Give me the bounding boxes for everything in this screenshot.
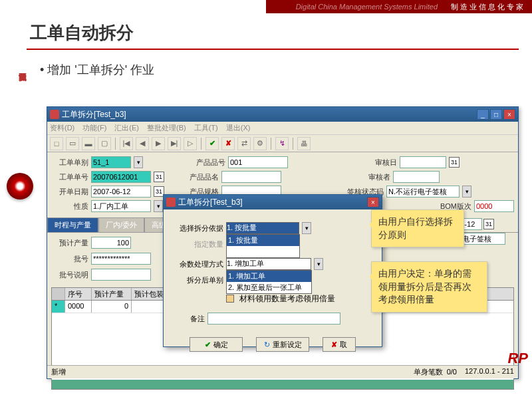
product-no-input[interactable] (228, 156, 288, 168)
grid-corner (52, 288, 65, 300)
check-icon: ✔ (205, 340, 211, 349)
menu-exit[interactable]: 退出(X) (226, 123, 251, 133)
tab-schedule[interactable]: 时程与产量 (47, 217, 98, 232)
tb-confirm-icon[interactable]: ✔ (205, 137, 219, 150)
lbl-product-name: 产品品名 (182, 172, 219, 182)
menu-func[interactable]: 功能(F) (82, 123, 106, 133)
plan-qty-input[interactable] (91, 237, 131, 249)
menu-batch[interactable]: 整批处理(B) (147, 123, 186, 133)
tb-open-icon[interactable]: ▭ (66, 137, 79, 150)
app-icon (50, 110, 59, 119)
split-opt-1[interactable]: 1. 按批量 (227, 235, 299, 246)
nature-input[interactable] (91, 200, 151, 212)
start-date-input[interactable] (91, 186, 151, 198)
bullet-point: 增加 '工单拆分' 作业 (0, 50, 532, 78)
tb-gear-icon[interactable]: ⚙ (253, 137, 267, 150)
close-button[interactable]: × (503, 109, 515, 120)
slide-title: 工单自动拆分 (0, 13, 532, 50)
window-title: 工单拆分[Test_b3] (62, 109, 477, 120)
tb-new-icon[interactable]: □ (50, 137, 63, 150)
remainder-dropdown: 1. 增加工单 2. 累加至最后一张工单 (226, 270, 312, 294)
batch-input[interactable] (91, 253, 151, 265)
remainder-select[interactable]: 1. 增加工单 1. 增加工单 2. 累加至最后一张工单 (226, 258, 311, 270)
tb-first-icon[interactable]: |◀ (120, 137, 133, 150)
dcms-text: Digital China Management Systems Limited (296, 3, 438, 11)
tb-play-icon[interactable]: ▷ (184, 137, 197, 150)
col-seq[interactable]: 序号 (65, 288, 92, 300)
col-plan-qty[interactable]: 预计产量 (92, 288, 132, 300)
slide-title-text: 工单自动拆分 (30, 23, 134, 43)
calendar-icon2[interactable]: 31 (154, 172, 164, 182)
tagline: 制造业信息化专家 (451, 2, 525, 12)
tb-print-icon[interactable]: 🖶 (297, 137, 311, 150)
batch-desc-input[interactable] (91, 269, 151, 281)
lbl-batch-desc: 批号说明 (51, 270, 88, 280)
menu-tools[interactable]: 工具(T) (194, 123, 218, 133)
lbl-plan-qty: 预计产量 (51, 238, 88, 248)
remainder-drop-icon[interactable]: ▾ (314, 258, 323, 270)
callout-2: 由用户决定：单身的需领用量拆分后是否再次考虑领用倍量 (371, 261, 487, 313)
calendar-icon[interactable]: 31 (449, 157, 460, 168)
tb-next-icon[interactable]: ▶ (152, 137, 165, 150)
dialog-title: 工单拆分[Test_b3] (178, 197, 367, 208)
dialog-close-button[interactable]: × (367, 197, 379, 207)
tb-cancel-icon[interactable]: ✘ (221, 137, 235, 150)
toolbar-sep (115, 138, 116, 150)
sign-status-drop-icon[interactable]: ▾ (462, 186, 471, 198)
split-by-drop-icon[interactable]: ▾ (302, 222, 311, 234)
dialog-titlebar[interactable]: 工单拆分[Test_b3] × (164, 195, 382, 209)
order-type-input[interactable] (91, 156, 131, 168)
status-mode: 新增 (51, 367, 66, 377)
rem-opt-2[interactable]: 2. 累加至最后一张工单 (227, 282, 311, 293)
rem-opt-1[interactable]: 1. 增加工单 (227, 271, 311, 282)
tab-internal[interactable]: 厂内/委外 (98, 217, 144, 232)
lbl-product-no: 产品品号 (188, 158, 225, 168)
menu-export[interactable]: 汇出(E) (114, 123, 139, 133)
cd-icon (7, 173, 33, 200)
split-by-value: 1. 按批量 (227, 223, 257, 231)
ok-button[interactable]: ✔确定 (190, 337, 243, 352)
cancel-icon: ✘ (331, 340, 337, 349)
nature-drop-icon[interactable]: ▾ (154, 200, 163, 212)
bom-ver-input[interactable] (474, 200, 514, 212)
tb-action-icon[interactable]: ↯ (275, 137, 289, 150)
split-by-select[interactable]: 1. 按批量 1. 按批量 2. 按指定数量 (226, 222, 299, 234)
tb-last-icon[interactable]: ▶| (168, 137, 181, 150)
title-underline (27, 49, 519, 50)
lbl-order-no: 工单单号 (51, 172, 88, 182)
minimize-button[interactable]: _ (477, 109, 489, 120)
auditor-input[interactable] (393, 171, 440, 183)
lbl-batch: 批号 (51, 254, 88, 264)
reset-icon: ↻ (264, 340, 270, 349)
menu-data[interactable]: 资料(D) (50, 123, 74, 133)
lbl-auditor: 审核者 (353, 172, 390, 182)
maximize-button[interactable]: □ (490, 109, 502, 120)
product-name-input[interactable] (221, 171, 281, 183)
toolbar: □ ▭ ▬ ▢ |◀ ◀ ▶ ▶| ▷ ✔ ✘ ⇄ ⚙ ↯ 🖶 (47, 135, 518, 152)
status-count: 0/0 (447, 368, 457, 376)
order-no-input[interactable] (91, 171, 151, 183)
reset-button[interactable]: ↻重新设定 (256, 337, 309, 352)
sign-status-input[interactable] (386, 186, 460, 198)
cell-planqty[interactable]: 0 (92, 301, 132, 313)
cell-seq[interactable]: 0000 (65, 301, 92, 313)
calendar-icon4[interactable]: 31 (483, 219, 494, 229)
grid-footer (52, 380, 513, 389)
tb-prev-icon[interactable]: ◀ (136, 137, 149, 150)
tb-link-icon[interactable]: ⇄ (237, 137, 251, 150)
callout-1: 由用户自行选择拆分原则 (371, 209, 464, 247)
tb-delete-icon[interactable]: ▬ (82, 137, 95, 150)
cancel-button[interactable]: ✘取 (323, 337, 356, 352)
lbl-split-by: 选择拆分依据 (172, 223, 223, 233)
toolbar-sep4 (293, 138, 293, 150)
tb-save-icon[interactable]: ▢ (98, 137, 111, 150)
remark-input[interactable] (207, 313, 340, 325)
split-opt-2[interactable]: 2. 按指定数量 (227, 246, 299, 257)
audit-date-input[interactable] (400, 156, 446, 168)
status-count-lbl: 单身笔数 (414, 368, 443, 376)
remainder-value: 1. 增加工单 (227, 259, 264, 267)
row-marker: * (52, 301, 65, 313)
order-type-lookup-icon[interactable]: ▾ (134, 156, 143, 168)
main-titlebar[interactable]: 工单拆分[Test_b3] _ □ × (47, 107, 518, 122)
material-checkbox[interactable] (226, 295, 234, 303)
